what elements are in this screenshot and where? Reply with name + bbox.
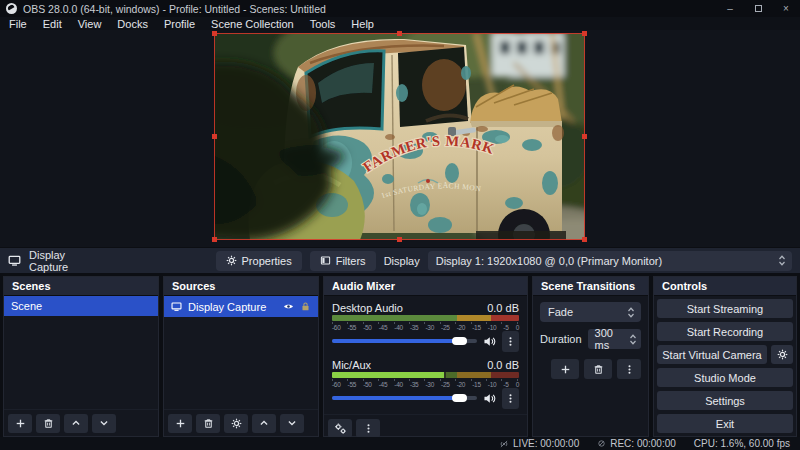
source-list-item[interactable]: Display Capture xyxy=(164,296,318,317)
menu-item[interactable]: Tools xyxy=(302,17,344,30)
chevron-up-icon xyxy=(71,418,81,428)
scenes-panel: Scenes Scene xyxy=(3,276,159,437)
live-status: LIVE: 00:00:00 xyxy=(499,438,579,449)
plus-icon xyxy=(15,418,26,429)
combo-carets xyxy=(625,307,637,318)
menu-item[interactable]: File xyxy=(1,17,35,30)
sources-panel-title: Sources xyxy=(164,277,318,296)
virtual-camera-settings-button[interactable] xyxy=(771,345,793,364)
duration-label: Duration xyxy=(540,333,582,345)
source-properties-button[interactable] xyxy=(224,414,248,433)
add-source-button[interactable] xyxy=(168,414,192,433)
source-move-up-button[interactable] xyxy=(252,414,276,433)
display-label: Display xyxy=(384,255,420,267)
add-transition-button[interactable] xyxy=(551,359,579,379)
meter-tick-labels: -60-55-50-45-40-35-30-25-20-15-10-50 xyxy=(332,324,519,332)
scene-transitions-panel-title: Scene Transitions xyxy=(533,277,648,296)
resize-handle-top-right[interactable] xyxy=(582,31,587,36)
add-scene-button[interactable] xyxy=(8,414,32,433)
sources-panel: Sources Display Capture xyxy=(163,276,319,437)
settings-button[interactable]: Settings xyxy=(657,391,793,410)
broadcast-icon xyxy=(499,439,509,449)
volume-slider[interactable] xyxy=(332,396,477,400)
trash-icon xyxy=(593,364,604,375)
speaker-icon[interactable] xyxy=(483,392,496,405)
maximize-icon xyxy=(755,5,762,12)
transition-select[interactable]: Fade xyxy=(540,302,641,322)
window-title: OBS 28.0.0 (64-bit, windows) - Profile: … xyxy=(23,3,326,15)
resize-handle-bottom-right[interactable] xyxy=(582,237,587,242)
volume-meter xyxy=(332,315,519,321)
start-virtual-camera-button[interactable]: Start Virtual Camera xyxy=(657,345,767,364)
preview-video-source[interactable]: FARMER'S MARKET 1st SATURDAY EACH MONTH xyxy=(214,33,585,240)
resize-handle-mid-left[interactable] xyxy=(212,134,217,139)
channel-level-db: 0.0 dB xyxy=(487,302,519,314)
lock-icon[interactable] xyxy=(300,301,311,312)
speaker-icon[interactable] xyxy=(483,335,496,348)
start-streaming-button[interactable]: Start Streaming xyxy=(657,299,793,318)
menu-item[interactable]: View xyxy=(70,17,110,30)
transition-menu-button[interactable] xyxy=(617,359,641,379)
duration-spinbox[interactable]: 300 ms xyxy=(588,329,641,349)
remove-transition-button[interactable] xyxy=(584,359,612,379)
resize-handle-top-left[interactable] xyxy=(212,31,217,36)
video-frame-truck: FARMER'S MARKET 1st SATURDAY EACH MONTH xyxy=(214,33,585,240)
kebab-icon xyxy=(505,336,516,347)
channel-menu-button[interactable] xyxy=(502,331,519,352)
gear-icon xyxy=(231,418,242,429)
cpu-fps-status: CPU: 1.6%, 60.00 fps xyxy=(694,438,790,449)
menu-item[interactable]: Docks xyxy=(109,17,156,30)
minimize-button[interactable]: – xyxy=(716,0,744,17)
display-select[interactable]: Display 1: 1920x1080 @ 0,0 (Primary Moni… xyxy=(428,251,792,271)
scene-list-item[interactable]: Scene xyxy=(4,296,158,316)
resize-handle-mid-right[interactable] xyxy=(582,134,587,139)
caret-down-icon xyxy=(778,261,786,266)
menu-item[interactable]: Edit xyxy=(35,17,70,30)
volume-meter xyxy=(332,372,519,378)
preview-canvas: FARMER'S MARKET 1st SATURDAY EACH MONTH xyxy=(0,30,800,247)
gear-icon xyxy=(777,349,788,360)
menu-bar: FileEditViewDocksProfileScene Collection… xyxy=(0,17,800,30)
menu-item[interactable]: Profile xyxy=(156,17,203,30)
channel-menu-button[interactable] xyxy=(502,388,519,409)
studio-mode-button[interactable]: Studio Mode xyxy=(657,368,793,387)
title-bar: OBS 28.0.0 (64-bit, windows) - Profile: … xyxy=(0,0,800,17)
trash-icon xyxy=(43,418,54,429)
display-capture-icon xyxy=(8,254,21,267)
gears-icon xyxy=(334,422,347,435)
channel-name: Desktop Audio xyxy=(332,302,403,314)
channel-level-db: 0.0 dB xyxy=(487,359,519,371)
status-bar: LIVE: 00:00:00 REC: 00:00:00 CPU: 1.6%, … xyxy=(0,437,800,450)
filters-button[interactable]: Filters xyxy=(310,251,376,271)
volume-slider-handle[interactable] xyxy=(452,394,467,402)
advanced-audio-button[interactable] xyxy=(328,419,352,438)
start-recording-button[interactable]: Start Recording xyxy=(657,322,793,341)
scenes-toolbar xyxy=(4,409,158,436)
exit-button[interactable]: Exit xyxy=(657,414,793,433)
source-move-down-button[interactable] xyxy=(280,414,304,433)
scene-move-up-button[interactable] xyxy=(64,414,88,433)
close-button[interactable]: × xyxy=(772,0,800,17)
combo-carets xyxy=(776,255,788,266)
mixer-channel-desktop-audio: Desktop Audio 0.0 dB -60-55-50-45-40-35-… xyxy=(332,300,519,350)
resize-handle-top-center[interactable] xyxy=(397,31,402,36)
resize-handle-bottom-center[interactable] xyxy=(397,237,402,242)
filter-icon xyxy=(320,255,331,266)
scene-move-down-button[interactable] xyxy=(92,414,116,433)
remove-scene-button[interactable] xyxy=(36,414,60,433)
properties-button[interactable]: Properties xyxy=(216,251,302,271)
maximize-button[interactable] xyxy=(744,0,772,17)
menu-item[interactable]: Help xyxy=(343,17,382,30)
channel-name: Mic/Aux xyxy=(332,359,371,371)
visibility-eye-icon[interactable] xyxy=(283,301,294,312)
volume-slider-handle[interactable] xyxy=(452,337,467,345)
display-select-value: Display 1: 1920x1080 @ 0,0 (Primary Moni… xyxy=(436,255,776,267)
caret-up-icon[interactable] xyxy=(629,334,637,339)
menu-item[interactable]: Scene Collection xyxy=(203,17,302,30)
plus-icon xyxy=(175,418,186,429)
caret-down-icon[interactable] xyxy=(629,340,637,345)
remove-source-button[interactable] xyxy=(196,414,220,433)
resize-handle-bottom-left[interactable] xyxy=(212,237,217,242)
mixer-menu-button[interactable] xyxy=(356,419,380,438)
volume-slider[interactable] xyxy=(332,339,477,343)
